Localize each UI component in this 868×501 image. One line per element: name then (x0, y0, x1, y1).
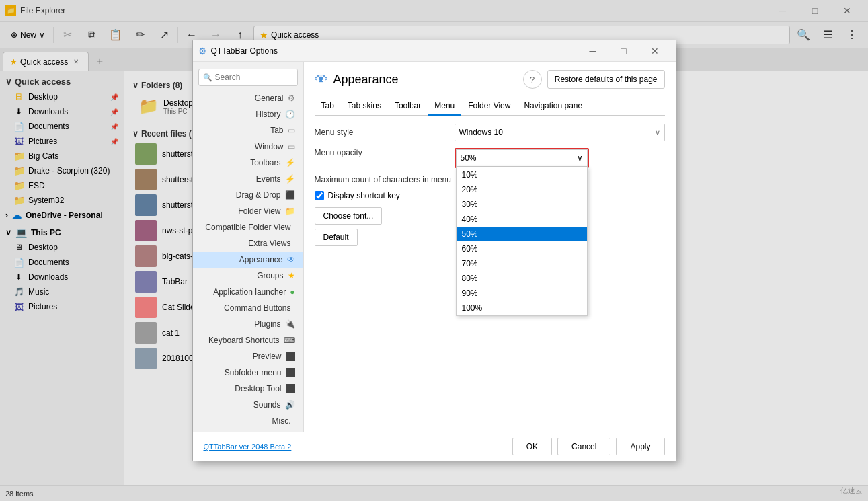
nav-item-extra-views[interactable]: Extra Views (193, 235, 303, 252)
appearance-icon: 👁 (287, 255, 295, 264)
menu-style-label: Menu style (315, 128, 449, 137)
nav-item-command-buttons[interactable]: Command Buttons (193, 300, 303, 316)
menu-style-value: Windows 10 (459, 128, 503, 137)
dialog-minimize-button[interactable]: ─ (578, 40, 608, 62)
nav-item-sounds[interactable]: Sounds 🔊 (193, 397, 303, 413)
plugins-icon: 🔌 (285, 319, 295, 329)
nav-item-misc[interactable]: Misc. (193, 413, 303, 429)
nav-item-subfolder-menu[interactable]: Subfolder menu (193, 364, 303, 381)
nav-item-tab[interactable]: Tab ▭ (193, 122, 303, 139)
tab-icon: ▭ (288, 126, 295, 135)
window-icon: ▭ (288, 142, 295, 151)
dropdown-container: 50% ∨ 10% 20% 30% 40% 50% (456, 149, 588, 167)
dialog-body: 🔍 General ⚙ History 🕐 Tab ▭ (193, 62, 676, 432)
dropdown-item-10[interactable]: 10% (457, 167, 587, 182)
general-icon: ⚙ (288, 93, 295, 103)
dropdown-item-90[interactable]: 90% (457, 286, 587, 301)
dragdrop-icon: ⬛ (285, 190, 295, 200)
toolbars-icon: ⚡ (285, 158, 295, 167)
version-link[interactable]: QTTabBar ver 2048 Beta 2 (204, 442, 507, 451)
dropdown-arrow-icon: ∨ (655, 128, 660, 137)
nav-label: Groups (257, 271, 283, 280)
apply-button[interactable]: Apply (616, 438, 664, 455)
nav-label: Events (256, 174, 281, 184)
nav-label: Command Buttons (224, 303, 290, 313)
dialog-close-button[interactable]: ✕ (639, 40, 670, 62)
dropdown-item-70[interactable]: 70% (457, 256, 587, 271)
history-icon: 🕐 (285, 110, 295, 119)
menu-opacity-label: Menu opacity (315, 148, 449, 157)
nav-label: Sounds (253, 400, 281, 410)
dialog-overlay: ⚙ QTTabBar Options ─ □ ✕ 🔍 Gener (0, 0, 868, 501)
ok-button[interactable]: OK (512, 438, 552, 455)
dialog-content-title: Appearance (333, 73, 518, 87)
dropdown-item-50[interactable]: 50% (457, 227, 587, 241)
nav-label: Application launcher (213, 287, 286, 297)
default-button[interactable]: Default (315, 229, 358, 246)
search-icon: 🔍 (203, 73, 212, 82)
nav-item-desktop-tool[interactable]: Desktop Tool (193, 381, 303, 397)
nav-item-toolbars[interactable]: Toolbars ⚡ (193, 155, 303, 171)
dropdown-item-40[interactable]: 40% (457, 212, 587, 227)
dialog-title-icon: ⚙ (198, 46, 207, 56)
subfolder-icon (286, 368, 295, 377)
dropdown-list: 10% 20% 30% 40% 50% 60% 70% 80% 90% (456, 167, 588, 316)
dialog-search-bar[interactable]: 🔍 (198, 69, 298, 86)
tab-menu[interactable]: Menu (428, 97, 461, 116)
nav-label: Drag & Drop (236, 190, 281, 200)
nav-item-plugins[interactable]: Plugins 🔌 (193, 316, 303, 332)
dialog-footer: QTTabBar ver 2048 Beta 2 OK Cancel Apply (193, 432, 676, 461)
applauncher-icon: ● (290, 287, 294, 297)
menu-style-row: Menu style Windows 10 ∨ (315, 124, 665, 141)
nav-item-preview[interactable]: Preview (193, 348, 303, 364)
tab-navigation-pane[interactable]: Navigation pane (517, 97, 589, 116)
search-input[interactable] (215, 73, 316, 82)
dropdown-item-80[interactable]: 80% (457, 271, 587, 286)
nav-item-appearance[interactable]: Appearance 👁 (193, 252, 303, 268)
keyboard-icon: ⌨ (284, 336, 295, 345)
folderview-icon: 📁 (285, 206, 295, 216)
dialog-content-header: 👁 Appearance ? Restore defaults of this … (315, 70, 665, 89)
dropdown-item-60[interactable]: 60% (457, 241, 587, 256)
restore-defaults-button[interactable]: Restore defaults of this page (547, 70, 665, 89)
nav-item-window[interactable]: Window ▭ (193, 139, 303, 155)
nav-label: Appearance (239, 255, 283, 264)
form-content: Menu style Windows 10 ∨ Menu opacity (315, 124, 665, 246)
nav-item-compatible-folderview[interactable]: Compatible Folder View (193, 219, 303, 235)
dialog-title-controls: ─ □ ✕ (578, 40, 670, 62)
dropdown-item-100[interactable]: 100% (457, 301, 587, 315)
choose-font-button[interactable]: Choose font... (315, 207, 383, 225)
nav-item-folderview[interactable]: Folder View 📁 (193, 203, 303, 219)
tab-tab[interactable]: Tab (315, 97, 341, 116)
help-button[interactable]: ? (523, 70, 542, 89)
nav-item-groups[interactable]: Groups ★ (193, 268, 303, 284)
tab-folder-view[interactable]: Folder View (461, 97, 517, 116)
nav-item-general[interactable]: General ⚙ (193, 90, 303, 106)
display-shortcut-checkbox[interactable] (315, 191, 324, 200)
nav-label: Compatible Folder View (205, 223, 290, 232)
groups-icon: ★ (288, 271, 295, 280)
nav-item-events[interactable]: Events ⚡ (193, 171, 303, 187)
nav-label: Folder View (238, 206, 280, 216)
dialog-maximize-button[interactable]: □ (608, 40, 639, 62)
nav-item-history[interactable]: History 🕐 (193, 106, 303, 122)
cancel-button[interactable]: Cancel (557, 438, 610, 455)
dropdown-arrow-icon: ∨ (577, 153, 583, 163)
display-shortcut-label: Display shortcut key (328, 191, 400, 200)
nav-item-app-launcher[interactable]: Application launcher ● (193, 284, 303, 300)
tab-skins[interactable]: Tab skins (341, 97, 388, 116)
nav-item-dragdrop[interactable]: Drag & Drop ⬛ (193, 187, 303, 203)
nav-item-keyboard-shortcuts[interactable]: Keyboard Shortcuts ⌨ (193, 332, 303, 348)
nav-label: Extra Views (248, 239, 290, 248)
dropdown-item-20[interactable]: 20% (457, 182, 587, 197)
dropdown-item-30[interactable]: 30% (457, 197, 587, 212)
nav-label: Subfolder menu (225, 368, 282, 377)
nav-label: General (255, 93, 284, 103)
desktop-tool-icon (286, 384, 295, 393)
nav-label: Preview (253, 352, 282, 361)
dropdown-selected[interactable]: 50% ∨ (456, 149, 588, 167)
nav-label: Window (255, 142, 284, 151)
tab-toolbar[interactable]: Toolbar (388, 97, 428, 116)
menu-style-select[interactable]: Windows 10 ∨ (455, 124, 665, 141)
dialog-content: 👁 Appearance ? Restore defaults of this … (304, 62, 676, 432)
